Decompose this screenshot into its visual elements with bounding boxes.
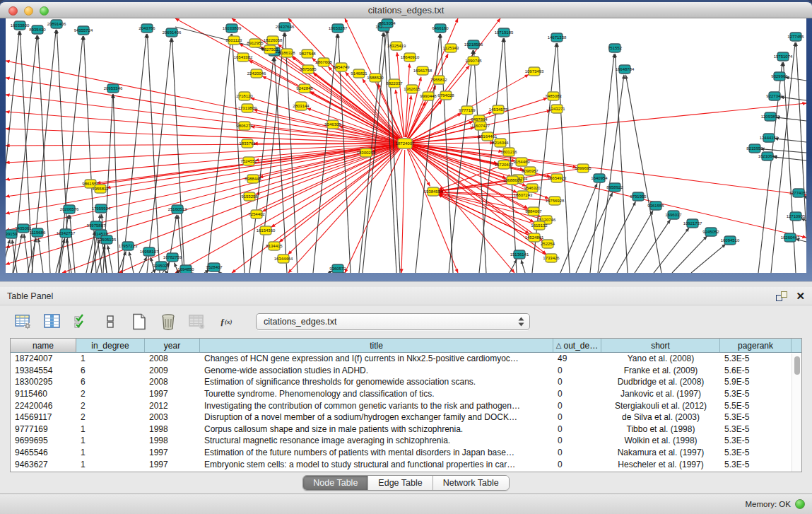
column-header-out_de[interactable]: △out_de…: [553, 339, 601, 352]
float-panel-icon[interactable]: [776, 291, 787, 301]
scrollbar-thumb[interactable]: [794, 356, 800, 375]
network-edge: [654, 228, 689, 273]
table-row[interactable]: 969969511998Structural magnetic resonanc…: [11, 435, 801, 447]
table-row[interactable]: 946554611997Estimation of the future num…: [11, 447, 801, 459]
network-node-label: 17313809: [238, 106, 257, 110]
table-vertical-scrollbar[interactable]: [792, 354, 801, 472]
network-edge: [401, 150, 405, 273]
select-column-icon[interactable]: [43, 313, 61, 331]
cell: 14569117: [11, 411, 76, 424]
network-edge: [617, 211, 653, 273]
network-node-label: 1955812: [92, 187, 109, 191]
network-node-label: 15751074: [774, 54, 793, 59]
column-header-year[interactable]: year: [145, 339, 200, 352]
column-header-pagerank[interactable]: pagerank: [720, 339, 792, 352]
close-window-button[interactable]: [8, 6, 18, 16]
cell: 5.3E-5: [720, 353, 792, 365]
panel-divider[interactable]: [0, 281, 812, 287]
network-node-label: 9153258: [241, 194, 258, 199]
network-node-label: 8988445: [245, 177, 261, 181]
tab-network-table[interactable]: Network Table: [433, 476, 509, 490]
network-node-label: 14671338: [548, 35, 567, 40]
network-node-label: 19218586: [464, 42, 483, 47]
table-row[interactable]: 1830029562008Estimation of significance …: [11, 376, 801, 388]
new-table-icon[interactable]: [130, 313, 148, 331]
cell: 9463627: [11, 458, 76, 470]
table-selector-dropdown[interactable]: citations_edges.txt: [256, 313, 530, 330]
network-edge: [6, 240, 10, 273]
network-node-label: 19384554: [424, 189, 443, 194]
network-node-label: 10921737: [683, 221, 702, 226]
network-node-label: 252254: [541, 242, 555, 246]
zoom-window-button[interactable]: [40, 6, 49, 16]
network-window-frame: 1603380089354102089140694355724204376620…: [0, 18, 812, 281]
function-builder-fx-icon[interactable]: ƒ(x): [217, 313, 235, 331]
network-node-label: 10653287: [329, 26, 348, 30]
close-panel-icon[interactable]: ✕: [796, 291, 805, 301]
column-header-short[interactable]: short: [601, 339, 720, 352]
cell: 5.9E-5: [720, 376, 792, 388]
column-header-name[interactable]: name: [11, 339, 76, 352]
network-edge: [118, 252, 126, 273]
network-node-label: 9806274: [236, 124, 253, 128]
table-row[interactable]: 946362711997Embryonic stem cells: a mode…: [11, 458, 801, 470]
network-edge: [285, 33, 298, 273]
column-header-title[interactable]: title: [200, 339, 553, 352]
network-node-label: 6497864: [471, 117, 488, 122]
table-row[interactable]: 1938455462009Genome-wide association stu…: [11, 365, 801, 377]
table-row[interactable]: 1872400712008Changes of HCN gene express…: [11, 353, 801, 365]
network-node-label: 12093832: [761, 115, 780, 119]
minimize-window-button[interactable]: [24, 6, 33, 16]
table-panel-title: Table Panel: [7, 291, 53, 301]
network-node-label: 10719185: [495, 30, 514, 35]
network-node-label: 7955812: [430, 78, 447, 82]
cell: 5.3E-5: [720, 388, 792, 400]
cell: 5.5E-5: [720, 399, 792, 411]
select-rows-check-icon[interactable]: [72, 313, 90, 331]
cell: 1997: [145, 388, 200, 400]
network-node-label: 12774055: [789, 191, 806, 195]
network-canvas[interactable]: 1603380089354102089140694355724204376620…: [6, 18, 806, 273]
column-header-in_degree[interactable]: in_degree: [76, 339, 145, 352]
network-node-label: 9329966: [771, 74, 788, 78]
cell: 9465546: [11, 447, 76, 459]
cell: 0: [553, 365, 601, 377]
network-node-label: 18640910: [401, 55, 420, 59]
network-node-label: 17959924: [92, 206, 111, 211]
cell: Hescheler et al. (1997): [601, 458, 720, 470]
table-row[interactable]: 977716911998Corpus callosum shape and si…: [11, 424, 801, 436]
table-settings-icon[interactable]: [14, 313, 33, 331]
table-row[interactable]: 2242004622012Investigating the contribut…: [11, 399, 801, 411]
table-row[interactable]: 911546021997Tourette syndrome. Phenomeno…: [11, 388, 801, 400]
network-edge: [38, 238, 43, 273]
network-edge: [615, 54, 628, 273]
network-edge: [773, 157, 806, 160]
network-edge: [672, 236, 707, 273]
cell: 18724007: [11, 353, 76, 365]
cell: 0: [553, 411, 601, 424]
network-node-label: 1601216: [500, 150, 517, 154]
network-node-label: 7528407: [206, 265, 223, 269]
table-row[interactable]: 1456911722003Disruption of a novel membe…: [11, 411, 801, 424]
network-edge: [251, 98, 399, 142]
network-node-label: 7524552: [240, 159, 257, 163]
cell: 5.3E-5: [720, 458, 792, 470]
tab-node-table[interactable]: Node Table: [303, 476, 368, 490]
network-edge: [599, 201, 635, 273]
network-node-label: 22420046: [247, 71, 266, 76]
tab-edge-table[interactable]: Edge Table: [368, 476, 433, 490]
network-node-label: 1694850: [177, 267, 194, 271]
network-node-label: 2867608: [315, 60, 332, 64]
delete-entries-trash-icon[interactable]: [159, 313, 177, 331]
network-edge: [122, 34, 146, 273]
table-header-row: namein_degreeyeartitle△out_de…shortpager…: [11, 339, 801, 353]
network-window-titlebar[interactable]: citations_edges.txt: [0, 0, 812, 18]
network-graph[interactable]: 1603380089354102089140694355724204376620…: [6, 18, 806, 273]
network-edge: [172, 38, 184, 273]
network-node-label: 9546320: [524, 186, 541, 190]
row-height-icon[interactable]: [101, 313, 119, 331]
cell: 2012: [145, 399, 200, 411]
table-panel-header: Table Panel ✕: [0, 287, 812, 305]
network-node-label: 9827503: [261, 47, 278, 52]
dropdown-stepper-icon: [517, 316, 525, 327]
